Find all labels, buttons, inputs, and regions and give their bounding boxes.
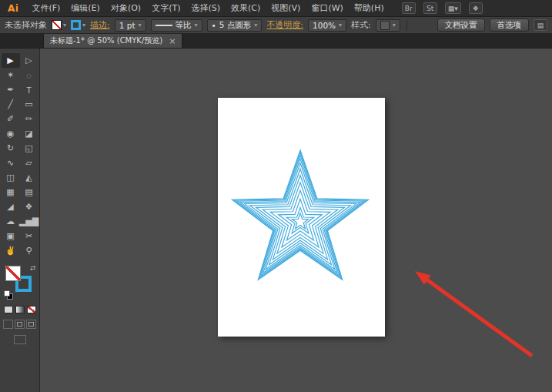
canvas-area[interactable] [40, 49, 552, 392]
chevron-down-icon: ▾ [254, 22, 257, 28]
tool-scale[interactable]: ◱ [20, 141, 38, 156]
artboard[interactable] [218, 98, 385, 337]
stroke-weight-select[interactable]: 1 pt ▾ [115, 19, 146, 32]
default-fill-stroke-icon[interactable] [4, 290, 15, 301]
control-bar-separator [406, 20, 407, 31]
document-setup-button[interactable]: 文档设置 [437, 18, 485, 32]
stroke-label-link[interactable]: 描边: [90, 19, 110, 31]
tool-hand[interactable]: ✌ [2, 243, 20, 258]
tool-zoom[interactable]: ⚲ [20, 243, 38, 258]
tool-selection[interactable]: ▶ [2, 53, 20, 68]
chevron-down-icon: ▾ [63, 22, 66, 28]
tool-pen[interactable]: ✒ [2, 82, 20, 97]
opacity-select[interactable]: 100% ▾ [308, 19, 346, 32]
tool-eraser[interactable]: ◪ [20, 126, 38, 141]
tool-slice[interactable]: ✂ [20, 229, 38, 243]
fill-color-control[interactable]: ▾ [52, 20, 66, 30]
color-button[interactable] [4, 306, 13, 313]
tool-blend[interactable]: ❖ [20, 199, 38, 214]
chevron-down-icon: ▾ [139, 22, 142, 28]
menu-edit[interactable]: 编辑(E) [65, 0, 105, 16]
screen-mode-button[interactable] [14, 335, 26, 344]
default-fill-chip [4, 290, 10, 297]
tool-mesh[interactable]: ▦ [2, 185, 20, 199]
control-bar: 未选择对象 ▾ ▾ 描边: 1 pt ▾ 等比 ▾ • 5 点圆形 ▾ 不透明度… [0, 17, 552, 34]
menu-select[interactable]: 选择(S) [186, 0, 226, 16]
document-tab-strip: 未标题-1* @ 50% (CMYK/预览) × [0, 34, 552, 49]
gradient-button[interactable] [15, 306, 25, 313]
fill-none-swatch [52, 20, 62, 30]
menu-view[interactable]: 视图(V) [266, 0, 306, 16]
tool-gradient[interactable]: ▤ [20, 185, 38, 199]
chevron-down-icon: ▾ [195, 22, 198, 28]
tool-paintbrush[interactable]: ✐ [2, 112, 20, 126]
bridge-icon[interactable]: Br [402, 2, 416, 14]
arrange-documents-icon[interactable]: ▦▾ [445, 2, 461, 14]
stroke-weight-value: 1 pt [119, 21, 135, 30]
style-select[interactable]: ▾ [376, 19, 400, 32]
tool-artboard[interactable]: ▣ [2, 229, 20, 243]
width-profile-select[interactable]: 等比 ▾ [151, 19, 202, 32]
tool-free-transform[interactable]: ▱ [20, 156, 38, 170]
chevron-down-icon: ▾ [82, 22, 85, 28]
tool-direct-selection[interactable]: ▷ [20, 53, 38, 68]
tool-lasso[interactable]: ◌ [20, 68, 38, 82]
width-profile-label: 等比 [176, 20, 192, 31]
brush-select[interactable]: • 5 点圆形 ▾ [207, 19, 263, 32]
chevron-down-icon: ▾ [393, 22, 396, 28]
menu-type[interactable]: 文字(T) [146, 0, 186, 16]
document-tab-title: 未标题-1* @ 50% (CMYK/预览) [50, 35, 162, 46]
tools-panel: ▶▷✶◌✒T╱▭✐✏◉◪↻◱∿▱◫◭▦▤◢❖☁▂▅▇▣✂✌⚲ ⇄ [0, 49, 40, 392]
color-type-row [4, 306, 36, 313]
appbar-icons: BrSt▦▾❖ [402, 2, 483, 14]
style-swatch [380, 21, 390, 30]
tool-shape-builder[interactable]: ◫ [2, 170, 20, 185]
fill-stroke-indicator: ⇄ [2, 264, 38, 301]
chevron-down-icon: ▾ [339, 22, 342, 28]
tool-grid: ▶▷✶◌✒T╱▭✐✏◉◪↻◱∿▱◫◭▦▤◢❖☁▂▅▇▣✂✌⚲ [2, 53, 38, 258]
opacity-label-link[interactable]: 不透明度: [266, 19, 303, 31]
tool-magic-wand[interactable]: ✶ [2, 68, 20, 82]
stroke-color-control[interactable]: ▾ [71, 20, 85, 30]
document-tab[interactable]: 未标题-1* @ 50% (CMYK/预览) × [43, 34, 182, 48]
stroke-color-swatch [71, 20, 81, 30]
opacity-value: 100% [313, 21, 336, 30]
star-blend-artwork [218, 98, 385, 337]
illustrator-window: Ai 文件(F)编辑(E)对象(O)文字(T)选择(S)效果(C)视图(V)窗口… [0, 0, 552, 392]
selection-status: 未选择对象 [5, 19, 47, 31]
tool-pencil[interactable]: ✏ [20, 112, 38, 126]
tool-width[interactable]: ∿ [2, 156, 20, 170]
tool-rotate[interactable]: ↻ [2, 141, 20, 156]
tool-rectangle[interactable]: ▭ [20, 97, 38, 112]
drawing-modes-row [3, 320, 36, 329]
tool-column-graph[interactable]: ▂▅▇ [20, 214, 38, 229]
menu-window[interactable]: 窗口(W) [306, 0, 348, 16]
menu-object[interactable]: 对象(O) [105, 0, 146, 16]
tool-line-segment[interactable]: ╱ [2, 97, 20, 112]
draw-normal-button[interactable] [3, 320, 13, 329]
menubar: Ai 文件(F)编辑(E)对象(O)文字(T)选择(S)效果(C)视图(V)窗口… [0, 0, 552, 17]
tab-close-icon[interactable]: × [169, 36, 176, 46]
brush-preview-dot: • [212, 21, 216, 30]
control-panel-menu-icon[interactable]: ▤ [534, 19, 547, 31]
tool-perspective-grid[interactable]: ◭ [20, 170, 38, 185]
preferences-button[interactable]: 首选项 [490, 18, 530, 32]
tool-type[interactable]: T [20, 82, 38, 97]
cs-live-icon[interactable]: ❖ [469, 2, 483, 14]
draw-inside-button[interactable] [26, 320, 36, 329]
style-label: 样式: [351, 19, 371, 31]
menu-list: 文件(F)编辑(E)对象(O)文字(T)选择(S)效果(C)视图(V)窗口(W)… [26, 0, 389, 16]
tool-eyedropper[interactable]: ◢ [2, 199, 20, 214]
stock-icon[interactable]: St [423, 2, 437, 14]
tool-blob-brush[interactable]: ◉ [2, 126, 20, 141]
fill-swatch[interactable] [5, 266, 21, 281]
menu-help[interactable]: 帮助(H) [349, 0, 390, 16]
menu-file[interactable]: 文件(F) [26, 0, 65, 16]
main-area: ▶▷✶◌✒T╱▭✐✏◉◪↻◱∿▱◫◭▦▤◢❖☁▂▅▇▣✂✌⚲ ⇄ [0, 49, 552, 392]
app-logo[interactable]: Ai [3, 3, 26, 14]
tool-symbol-sprayer[interactable]: ☁ [2, 214, 20, 229]
none-button[interactable] [27, 306, 36, 313]
menu-effect[interactable]: 效果(C) [226, 0, 266, 16]
draw-behind-button[interactable] [15, 320, 25, 329]
swap-fill-stroke-icon[interactable]: ⇄ [30, 264, 36, 272]
